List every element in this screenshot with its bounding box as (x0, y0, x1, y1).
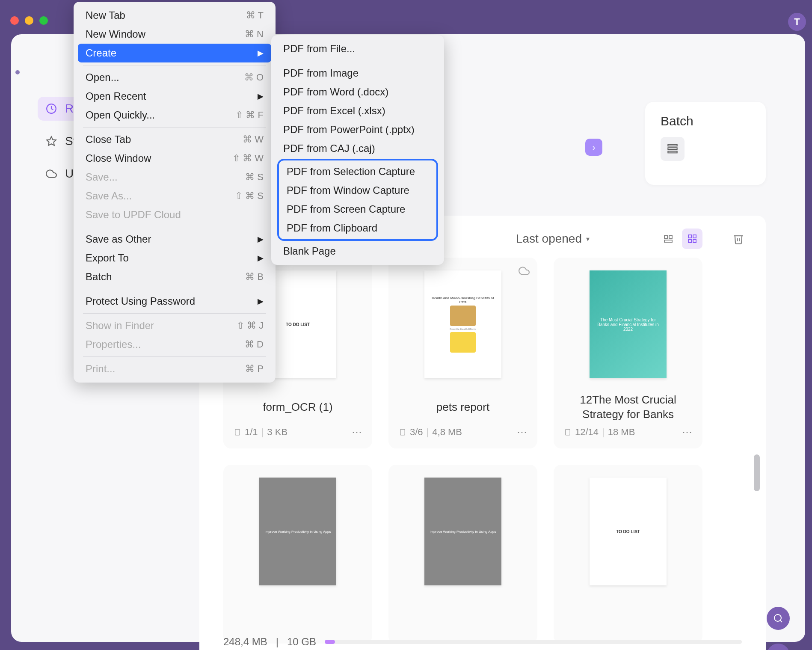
page-icon (234, 428, 241, 436)
menu-item-batch[interactable]: Batch⌘ B (78, 267, 271, 286)
menu-item-create[interactable]: Create▶ (78, 44, 271, 62)
chevron-right-icon: ▶ (258, 253, 264, 263)
menu-label: Create (86, 47, 116, 59)
menu-item-export-to[interactable]: Export To▶ (78, 249, 271, 267)
menu-separator (83, 356, 266, 357)
menu-label: Export To (86, 252, 129, 264)
menu-item-open-quickly-[interactable]: Open Quickly...⇧ ⌘ F (78, 106, 271, 125)
menu-separator (281, 61, 435, 61)
menu-separator (83, 65, 266, 65)
file-thumbnail: The Most Crucial Strategy for Banks and … (590, 270, 667, 378)
chevron-right-icon: ▶ (258, 92, 264, 101)
list-view-button[interactable] (658, 229, 679, 249)
file-meta: 12/14 | 18 MB ⋯ (564, 426, 692, 438)
svg-marker-1 (47, 137, 56, 145)
storage-total: 10 GB (287, 636, 316, 648)
maximize-window-icon[interactable] (39, 16, 48, 25)
menu-label: New Window (86, 28, 145, 40)
menu-separator (83, 227, 266, 227)
more-button[interactable]: ⋯ (352, 426, 362, 438)
menu-item-save-: Save...⌘ S (78, 168, 271, 187)
menu-label: Batch (86, 271, 112, 283)
menu-shortcut: ⌘ P (245, 363, 264, 374)
help-button[interactable]: ? (767, 644, 790, 650)
menu-item-new-window[interactable]: New Window⌘ N (78, 25, 271, 44)
file-title (234, 600, 362, 629)
menu-item-save-as-other[interactable]: Save as Other▶ (78, 230, 271, 249)
file-card[interactable]: Improve Working Productivity in Using Ap… (223, 465, 372, 644)
search-button[interactable] (767, 607, 790, 630)
submenu-item-pdf-from-selection-capture[interactable]: PDF from Selection Capture (279, 162, 436, 181)
menu-item-open-[interactable]: Open...⌘ O (78, 68, 271, 87)
menu-item-print-: Print...⌘ P (78, 359, 271, 378)
submenu-item-pdf-from-image[interactable]: PDF from Image (276, 64, 440, 83)
svg-rect-3 (668, 148, 677, 149)
file-pages: 3/6 (410, 427, 423, 438)
file-title: 12The Most Crucial Strategy for Banks (564, 393, 692, 422)
menu-shortcut: ⌘ D (245, 339, 264, 350)
submenu-item-pdf-from-file-[interactable]: PDF from File... (276, 39, 440, 58)
file-card[interactable]: The Most Crucial Strategy for Banks and … (554, 258, 702, 448)
minimize-window-icon[interactable] (25, 16, 33, 25)
file-card[interactable]: TO DO LIST (554, 465, 702, 644)
menu-item-open-recent[interactable]: Open Recent▶ (78, 87, 271, 106)
menu-shortcut: ⇧ ⌘ W (232, 153, 264, 164)
menu-item-show-in-finder: Show in Finder⇧ ⌘ J (78, 316, 271, 335)
menu-shortcut: ⌘ S (245, 172, 264, 183)
file-grid: TO DO LIST form_OCR (1) 1/1 | 3 KB ⋯ (199, 258, 766, 644)
grid-view-button[interactable] (682, 229, 702, 249)
svg-rect-5 (664, 235, 667, 238)
file-card[interactable]: Health and Mood-Boosting Benefits of Pet… (388, 258, 537, 448)
menu-item-save-as-: Save As...⇧ ⌘ S (78, 187, 271, 205)
file-card[interactable]: Improve Working Productivity in Using Ap… (388, 465, 537, 644)
submenu-item-pdf-from-caj-caj-[interactable]: PDF from CAJ (.caj) (276, 139, 440, 158)
submenu-item-pdf-from-screen-capture[interactable]: PDF from Screen Capture (279, 200, 436, 219)
submenu-item-pdf-from-clipboard[interactable]: PDF from Clipboard (279, 219, 436, 237)
action-card-batch[interactable]: Batch (645, 102, 766, 185)
menu-shortcut: ⇧ ⌘ F (235, 110, 264, 121)
menu-separator (83, 127, 266, 128)
cloud-icon (519, 265, 530, 276)
menu-item-new-tab[interactable]: New Tab⌘ T (78, 6, 271, 25)
scrollbar[interactable] (754, 454, 760, 491)
submenu-item-pdf-from-excel-xlsx-[interactable]: PDF from Excel (.xlsx) (276, 101, 440, 120)
submenu-item-pdf-from-powerpoint-pptx-[interactable]: PDF from PowerPoint (.pptx) (276, 120, 440, 139)
close-window-icon[interactable] (10, 16, 19, 25)
trash-button[interactable] (728, 229, 749, 249)
submenu-item-pdf-from-word-docx-[interactable]: PDF from Word (.docx) (276, 83, 440, 101)
menu-item-close-tab[interactable]: Close Tab⌘ W (78, 130, 271, 149)
menu-label: Save to UPDF Cloud (86, 209, 181, 221)
svg-point-15 (774, 614, 781, 621)
file-meta: 1/1 | 3 KB ⋯ (234, 426, 362, 438)
storage-fill (325, 640, 335, 644)
svg-rect-11 (693, 240, 696, 243)
menu-label: New Tab (86, 9, 125, 21)
menu-label: Properties... (86, 338, 141, 350)
svg-rect-12 (235, 429, 240, 435)
caret-down-icon[interactable]: ▾ (586, 235, 590, 243)
menu-label: Save As... (86, 190, 132, 202)
arrow-right-icon[interactable]: › (585, 139, 602, 156)
menu-shortcut: ⇧ ⌘ J (237, 320, 264, 331)
submenu-item-pdf-from-window-capture[interactable]: PDF from Window Capture (279, 181, 436, 200)
menu-item-close-window[interactable]: Close Window⇧ ⌘ W (78, 149, 271, 168)
sort-dropdown[interactable]: Last opened (516, 232, 582, 246)
menu-label: Open Quickly... (86, 109, 155, 121)
more-button[interactable]: ⋯ (517, 426, 527, 438)
menu-shortcut: ⌘ T (246, 10, 264, 21)
more-button[interactable]: ⋯ (682, 426, 692, 438)
file-size: 18 MB (608, 427, 635, 438)
menu-label: Save... (86, 171, 118, 183)
cloud-icon (44, 167, 58, 181)
file-title: form_OCR (1) (234, 393, 362, 422)
create-submenu: PDF from File...PDF from ImagePDF from W… (271, 35, 444, 265)
menu-shortcut: ⌘ O (244, 72, 264, 83)
menu-item-protect-using-password[interactable]: Protect Using Password▶ (78, 292, 271, 311)
file-thumbnail: Improve Working Productivity in Using Ap… (259, 478, 336, 585)
file-title (399, 600, 527, 629)
file-meta: 3/6 | 4,8 MB ⋯ (399, 426, 527, 438)
svg-rect-8 (688, 235, 691, 238)
submenu-item-blank-page[interactable]: Blank Page (276, 242, 440, 261)
avatar[interactable]: T (788, 13, 806, 31)
menu-shortcut: ⇧ ⌘ S (235, 190, 264, 202)
